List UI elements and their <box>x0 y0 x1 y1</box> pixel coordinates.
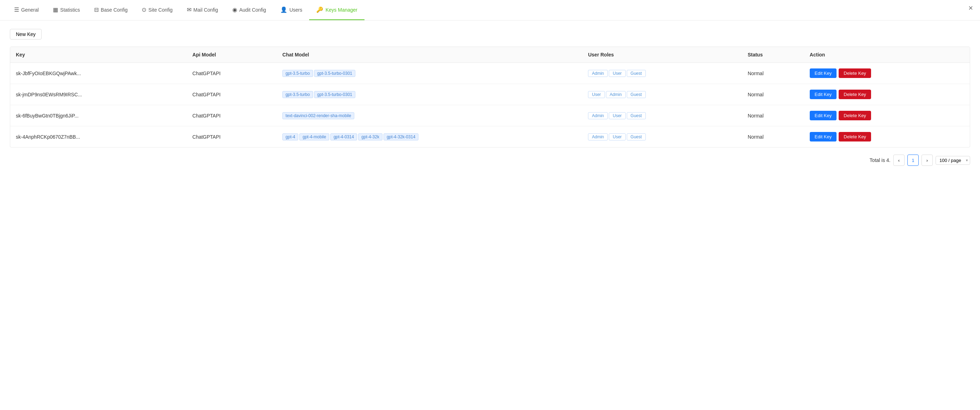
site-config-icon: ⊙ <box>142 6 146 13</box>
model-tag: gpt-3.5-turbo-0301 <box>314 91 355 98</box>
keys-table-wrapper: Key Api Model Chat Model User Roles Stat… <box>10 46 970 147</box>
table-row: sk-JbfFyOIoEBKGQwjPAwk...ChatGPTAPIgpt-3… <box>10 63 970 84</box>
pagination: Total is 4. ‹ 1 › 100 / page 50 / page 2… <box>10 155 970 166</box>
base-config-icon: ⊟ <box>94 6 99 13</box>
row-3-key: sk-4AnphRCKp0670Z7nBB... <box>10 126 187 147</box>
role-tag: Guest <box>627 91 646 98</box>
tab-base-config[interactable]: ⊟Base Config <box>87 0 135 20</box>
close-button[interactable]: × <box>968 4 973 12</box>
row-3-status: Normal <box>742 126 804 147</box>
row-2-edit-button[interactable]: Edit Key <box>810 111 837 120</box>
tab-audit-config[interactable]: ◉Audit Config <box>225 0 273 20</box>
tab-statistics-label: Statistics <box>60 7 80 13</box>
row-0-delete-button[interactable]: Delete Key <box>838 69 871 78</box>
tab-base-config-label: Base Config <box>101 7 127 13</box>
table-header: Key Api Model Chat Model User Roles Stat… <box>10 47 970 63</box>
tab-keys-manager[interactable]: 🔑Keys Manager <box>309 0 364 20</box>
row-2-key: sk-6fBuyBwGtn0TBjgn6JiP... <box>10 105 187 126</box>
row-0-edit-button[interactable]: Edit Key <box>810 69 837 78</box>
tab-site-config-label: Site Config <box>148 7 172 13</box>
statistics-icon: ▦ <box>53 6 58 13</box>
row-2-chat-models: text-davinci-002-render-sha-mobile <box>277 105 582 126</box>
role-tag: Guest <box>627 70 646 77</box>
row-3-delete-button[interactable]: Delete Key <box>838 132 871 142</box>
role-tag: Admin <box>588 133 608 140</box>
row-0-action: Edit KeyDelete Key <box>804 63 970 84</box>
row-1-key: sk-jmDP9ns0EWsRM9IRSC... <box>10 84 187 105</box>
row-3-api-model: ChatGPTAPI <box>187 126 277 147</box>
row-2-status: Normal <box>742 105 804 126</box>
keys-manager-icon: 🔑 <box>316 6 323 13</box>
row-1-status: Normal <box>742 84 804 105</box>
tab-keys-manager-label: Keys Manager <box>325 7 357 13</box>
col-action: Action <box>804 47 970 63</box>
role-tag: Admin <box>606 91 626 98</box>
table-row: sk-4AnphRCKp0670Z7nBB...ChatGPTAPIgpt-4g… <box>10 126 970 147</box>
row-0-status: Normal <box>742 63 804 84</box>
general-icon: ☰ <box>14 6 19 13</box>
tab-mail-config-label: Mail Config <box>194 7 218 13</box>
tab-users[interactable]: 👤Users <box>273 0 310 20</box>
model-tag: gpt-4 <box>282 133 298 140</box>
model-tag: gpt-3.5-turbo <box>282 70 313 77</box>
main-content: New Key Key Api Model Chat Model User Ro… <box>0 21 980 174</box>
row-2-delete-button[interactable]: Delete Key <box>838 111 871 120</box>
table-row: sk-jmDP9ns0EWsRM9IRSC...ChatGPTAPIgpt-3.… <box>10 84 970 105</box>
users-icon: 👤 <box>280 6 287 13</box>
model-tag: gpt-3.5-turbo <box>282 91 313 98</box>
keys-table: Key Api Model Chat Model User Roles Stat… <box>10 47 970 147</box>
row-3-edit-button[interactable]: Edit Key <box>810 132 837 142</box>
col-chat-model: Chat Model <box>277 47 582 63</box>
tab-bar: ☰General▦Statistics⊟Base Config⊙Site Con… <box>0 0 980 21</box>
table-row: sk-6fBuyBwGtn0TBjgn6JiP...ChatGPTAPItext… <box>10 105 970 126</box>
page-size-selector[interactable]: 100 / page 50 / page 20 / page ▾ <box>935 156 970 165</box>
role-tag: Admin <box>588 112 608 119</box>
row-0-chat-models: gpt-3.5-turbogpt-3.5-turbo-0301 <box>277 63 582 84</box>
role-tag: User <box>609 112 625 119</box>
page-size-select[interactable]: 100 / page 50 / page 20 / page <box>935 156 970 165</box>
role-tag: User <box>609 70 625 77</box>
role-tag: Guest <box>627 133 646 140</box>
row-2-action: Edit KeyDelete Key <box>804 105 970 126</box>
col-user-roles: User Roles <box>582 47 742 63</box>
role-tag: Guest <box>627 112 646 119</box>
col-key: Key <box>10 47 187 63</box>
row-3-action: Edit KeyDelete Key <box>804 126 970 147</box>
role-tag: Admin <box>588 70 608 77</box>
row-1-user-roles: UserAdminGuest <box>582 84 742 105</box>
tab-statistics[interactable]: ▦Statistics <box>46 0 87 20</box>
row-0-user-roles: AdminUserGuest <box>582 63 742 84</box>
col-api-model: Api Model <box>187 47 277 63</box>
row-2-api-model: ChatGPTAPI <box>187 105 277 126</box>
model-tag: gpt-4-32k <box>358 133 382 140</box>
next-page-button[interactable]: › <box>921 155 933 166</box>
tab-general[interactable]: ☰General <box>7 0 46 20</box>
role-tag: User <box>609 133 625 140</box>
model-tag: gpt-4-32k-0314 <box>383 133 418 140</box>
row-1-api-model: ChatGPTAPI <box>187 84 277 105</box>
row-0-api-model: ChatGPTAPI <box>187 63 277 84</box>
model-tag: gpt-3.5-turbo-0301 <box>314 70 355 77</box>
tab-mail-config[interactable]: ✉Mail Config <box>180 0 225 20</box>
current-page-button[interactable]: 1 <box>907 155 919 166</box>
model-tag: gpt-4-mobile <box>299 133 329 140</box>
mail-config-icon: ✉ <box>187 6 191 13</box>
tab-users-label: Users <box>290 7 302 13</box>
tab-site-config[interactable]: ⊙Site Config <box>135 0 180 20</box>
tab-audit-config-label: Audit Config <box>239 7 266 13</box>
col-status: Status <box>742 47 804 63</box>
new-key-button[interactable]: New Key <box>10 29 41 40</box>
table-body: sk-JbfFyOIoEBKGQwjPAwk...ChatGPTAPIgpt-3… <box>10 63 970 147</box>
row-2-user-roles: AdminUserGuest <box>582 105 742 126</box>
tab-general-label: General <box>21 7 39 13</box>
role-tag: User <box>588 91 605 98</box>
row-3-chat-models: gpt-4gpt-4-mobilegpt-4-0314gpt-4-32kgpt-… <box>277 126 582 147</box>
row-1-edit-button[interactable]: Edit Key <box>810 89 837 99</box>
model-tag: gpt-4-0314 <box>330 133 357 140</box>
modal-container: × ☰General▦Statistics⊟Base Config⊙Site C… <box>0 0 980 410</box>
row-3-user-roles: AdminUserGuest <box>582 126 742 147</box>
prev-page-button[interactable]: ‹ <box>893 155 905 166</box>
row-1-delete-button[interactable]: Delete Key <box>838 89 871 99</box>
model-tag: text-davinci-002-render-sha-mobile <box>282 112 354 119</box>
row-1-chat-models: gpt-3.5-turbogpt-3.5-turbo-0301 <box>277 84 582 105</box>
